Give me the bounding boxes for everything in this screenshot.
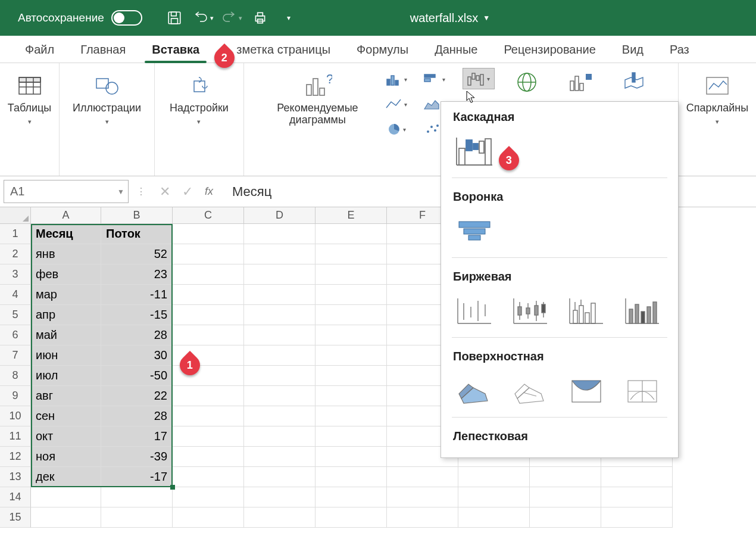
- row-header[interactable]: 13: [0, 467, 31, 487]
- cell[interactable]: [244, 426, 315, 447]
- row-header[interactable]: 2: [0, 244, 31, 264]
- cell[interactable]: [173, 406, 244, 426]
- cell[interactable]: окт: [31, 426, 101, 447]
- col-header[interactable]: C: [173, 207, 244, 224]
- stock-chart-option-3[interactable]: [565, 294, 608, 328]
- cell[interactable]: [315, 386, 387, 406]
- cell[interactable]: сен: [31, 406, 101, 426]
- cell[interactable]: дек: [31, 467, 101, 487]
- row-header[interactable]: 11: [0, 426, 31, 447]
- tab-view[interactable]: Вид: [609, 38, 657, 63]
- name-box[interactable]: A1 ▼: [4, 180, 129, 203]
- funnel-chart-option[interactable]: [453, 214, 496, 248]
- row-header[interactable]: 15: [0, 507, 31, 528]
- cell[interactable]: [315, 366, 387, 386]
- row-header[interactable]: 9: [0, 386, 31, 406]
- cell[interactable]: [530, 507, 601, 528]
- 3dmap-button[interactable]: [613, 68, 655, 100]
- cell[interactable]: [173, 264, 244, 285]
- bar-chart-button[interactable]: ▾: [417, 68, 452, 91]
- cell[interactable]: 30: [101, 345, 173, 366]
- addins-button[interactable]: Надстройки ▾: [164, 68, 235, 129]
- cell[interactable]: [315, 406, 387, 426]
- cell[interactable]: -39: [101, 447, 173, 467]
- recommended-charts-button[interactable]: ? Рекомендуемые диаграммы: [267, 68, 368, 130]
- tab-formulas[interactable]: Формулы: [343, 38, 421, 63]
- stock-chart-option-1[interactable]: [453, 294, 496, 328]
- pivotchart-button[interactable]: [559, 68, 602, 100]
- column-chart-button[interactable]: ▾: [379, 68, 414, 91]
- waterfall-chart-button[interactable]: ▾: [463, 68, 495, 89]
- cell[interactable]: янв: [31, 244, 101, 264]
- cell[interactable]: [458, 467, 530, 487]
- surface-chart-option-4[interactable]: [621, 374, 664, 407]
- redo-button[interactable]: ▾: [221, 7, 242, 29]
- cell[interactable]: [458, 487, 530, 507]
- enter-icon[interactable]: ✓: [182, 184, 193, 200]
- cell[interactable]: [315, 244, 387, 264]
- fx-icon[interactable]: fx: [205, 185, 213, 198]
- cell[interactable]: [101, 507, 173, 528]
- cell[interactable]: -11: [101, 285, 173, 305]
- tab-insert[interactable]: Вставка: [139, 38, 213, 63]
- cell[interactable]: [530, 487, 601, 507]
- row-header[interactable]: 10: [0, 406, 31, 426]
- pie-chart-button[interactable]: ▾: [379, 118, 414, 141]
- cell[interactable]: [101, 487, 173, 507]
- cell[interactable]: 23: [101, 264, 173, 285]
- cell[interactable]: [173, 285, 244, 305]
- cell[interactable]: [315, 447, 387, 467]
- cell[interactable]: [173, 224, 244, 244]
- illustrations-button[interactable]: Иллюстрации ▾: [67, 68, 147, 129]
- cell[interactable]: [173, 305, 244, 325]
- cell[interactable]: [601, 467, 673, 487]
- cell[interactable]: 28: [101, 406, 173, 426]
- cell[interactable]: [173, 244, 244, 264]
- cell[interactable]: [387, 487, 458, 507]
- col-header[interactable]: A: [31, 207, 101, 224]
- row-header[interactable]: 7: [0, 345, 31, 366]
- cell[interactable]: [387, 507, 458, 528]
- cancel-icon[interactable]: ✕: [160, 184, 170, 200]
- cell[interactable]: июл: [31, 366, 101, 386]
- surface-chart-option-2[interactable]: [509, 374, 552, 407]
- autosave-toggle[interactable]: [111, 10, 142, 26]
- print-button[interactable]: [249, 7, 271, 29]
- row-header[interactable]: 8: [0, 366, 31, 386]
- cell[interactable]: [244, 467, 315, 487]
- cell[interactable]: [173, 426, 244, 447]
- cell[interactable]: [315, 285, 387, 305]
- cell[interactable]: -17: [101, 467, 173, 487]
- row-header[interactable]: 14: [0, 487, 31, 507]
- cell[interactable]: [458, 507, 530, 528]
- cell[interactable]: [315, 305, 387, 325]
- undo-button[interactable]: ▾: [192, 7, 214, 29]
- cell[interactable]: [244, 244, 315, 264]
- cell[interactable]: апр: [31, 305, 101, 325]
- cell[interactable]: июн: [31, 345, 101, 366]
- cell[interactable]: 28: [101, 325, 173, 345]
- cell[interactable]: авг: [31, 386, 101, 406]
- cell[interactable]: [315, 224, 387, 244]
- row-header[interactable]: 3: [0, 264, 31, 285]
- cell[interactable]: [387, 467, 458, 487]
- cell[interactable]: [173, 386, 244, 406]
- cell[interactable]: [244, 325, 315, 345]
- cell[interactable]: [601, 487, 673, 507]
- cell[interactable]: [244, 406, 315, 426]
- surface-chart-option-3[interactable]: [565, 374, 608, 407]
- cell[interactable]: [244, 345, 315, 366]
- row-header[interactable]: 6: [0, 325, 31, 345]
- cell[interactable]: [530, 467, 601, 487]
- cell[interactable]: [315, 467, 387, 487]
- stock-chart-option-2[interactable]: [509, 294, 552, 328]
- tab-home[interactable]: Главная: [67, 38, 139, 63]
- cell[interactable]: [173, 447, 244, 467]
- cell[interactable]: -15: [101, 305, 173, 325]
- cell[interactable]: мар: [31, 285, 101, 305]
- cell[interactable]: 52: [101, 244, 173, 264]
- cell[interactable]: [315, 325, 387, 345]
- cell[interactable]: [315, 487, 387, 507]
- waterfall-chart-option[interactable]: [453, 135, 496, 168]
- col-header[interactable]: E: [315, 207, 387, 224]
